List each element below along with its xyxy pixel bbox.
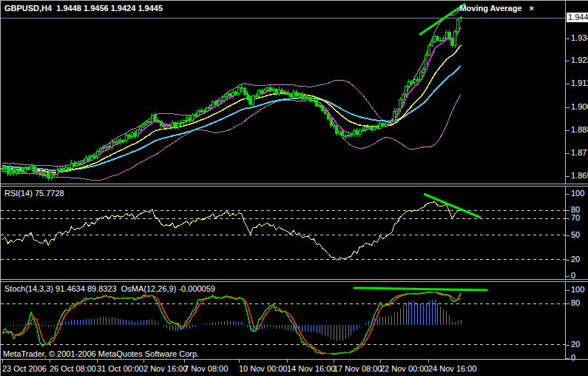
time-axis-tick bbox=[428, 360, 429, 363]
time-axis-label: 31 Oct 00:00 bbox=[97, 364, 143, 373]
time-axis-label: 10 Nov 00:00 bbox=[239, 364, 287, 373]
rsi-axis-tick-label: 70 bbox=[571, 213, 580, 222]
rsi-axis-tick-label: 20 bbox=[571, 255, 580, 263]
main-chart-panel[interactable]: GBPUSD,H4 1.9448 1.9456 1.9424 1.9445 Mo… bbox=[1, 1, 565, 184]
current-price-label: 1.9445 bbox=[567, 13, 588, 22]
price-axis-tick-label: 1.9115 bbox=[571, 78, 588, 87]
time-axis-tick bbox=[380, 360, 381, 363]
price-axis[interactable]: 1.93401.92301.91151.90001.88851.87701.86… bbox=[565, 1, 588, 359]
close-icon[interactable]: × bbox=[530, 4, 534, 13]
price-axis-tick-label: 1.9340 bbox=[571, 33, 588, 42]
time-axis-tick bbox=[184, 360, 185, 363]
time-axis-label: 14 Nov 16:00 bbox=[287, 364, 335, 373]
time-axis-label: 17 Nov 08:00 bbox=[334, 364, 382, 373]
chart-window: GBPUSD,H4 1.9448 1.9456 1.9424 1.9445 Mo… bbox=[0, 0, 588, 376]
stoch-axis-tick-label: 100 bbox=[571, 285, 584, 294]
stoch-label: Stoch(14,3,3) 91.4634 89.8323 OsMA(12,26… bbox=[4, 284, 215, 293]
time-axis-tick bbox=[287, 360, 288, 363]
symbol-ohlc-header: GBPUSD,H4 1.9448 1.9456 1.9424 1.9445 bbox=[4, 4, 163, 13]
rsi-axis-tick-label: 100 bbox=[571, 189, 584, 198]
time-axis-tick bbox=[97, 360, 98, 363]
time-axis-tick bbox=[50, 360, 50, 363]
main-chart-canvas[interactable] bbox=[1, 1, 565, 184]
stoch-panel[interactable]: Stoch(14,3,3) 91.4634 89.8323 OsMA(12,26… bbox=[1, 282, 565, 359]
panel-splitter[interactable] bbox=[1, 279, 588, 282]
price-axis-tick-label: 1.9230 bbox=[571, 56, 588, 64]
price-axis-tick-label: 1.8885 bbox=[571, 125, 588, 134]
stoch-canvas[interactable] bbox=[1, 282, 565, 359]
price-axis-tick-label: 1.8655 bbox=[571, 171, 588, 180]
rsi-canvas[interactable] bbox=[1, 187, 565, 279]
time-axis-tick bbox=[143, 360, 144, 363]
time-axis-tick bbox=[334, 360, 334, 363]
indicator-banner-label: Moving Average bbox=[459, 4, 521, 13]
time-axis-label: 2 Nov 16:00 bbox=[143, 364, 187, 373]
time-axis[interactable]: 23 Oct 200626 Oct 08:0031 Oct 00:002 Nov… bbox=[1, 359, 588, 376]
price-axis-tick-label: 1.8770 bbox=[571, 148, 588, 157]
panel-splitter[interactable] bbox=[1, 184, 588, 187]
rsi-panel[interactable]: RSI(14) 75.7728 bbox=[1, 187, 565, 279]
rsi-label: RSI(14) 75.7728 bbox=[4, 189, 64, 198]
copyright-text: MetaTrader, © 2001-2006 MetaQuotes Softw… bbox=[3, 349, 199, 358]
time-axis-tick bbox=[239, 360, 240, 363]
stoch-axis-tick-label: 20 bbox=[571, 340, 580, 349]
time-axis-label: 24 Nov 16:00 bbox=[428, 364, 476, 373]
indicator-banner: Moving Average× bbox=[459, 4, 534, 13]
time-axis-label: 22 Nov 00:00 bbox=[380, 364, 428, 373]
stoch-axis-tick-label: 80 bbox=[571, 298, 580, 307]
time-axis-tick bbox=[2, 360, 3, 363]
time-axis-label: 7 Nov 08:00 bbox=[184, 364, 228, 373]
price-axis-tick-label: 1.9000 bbox=[571, 102, 588, 111]
time-axis-label: 26 Oct 08:00 bbox=[50, 364, 96, 373]
time-axis-label: 23 Oct 2006 bbox=[2, 364, 47, 373]
rsi-axis-tick-label: 50 bbox=[571, 230, 580, 239]
